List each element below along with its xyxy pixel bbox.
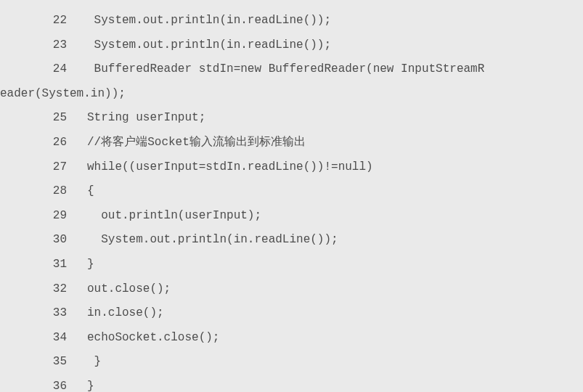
code-line: 22 System.out.println(in.readLine()); [0, 9, 583, 33]
code-text: System.out.println(in.readLine()); [87, 228, 338, 253]
code-line: 32out.close(); [0, 277, 583, 302]
code-line: 31} [0, 253, 583, 277]
line-number: 24 [0, 57, 87, 82]
code-text: while((userInput=stdIn.readLine())!=null… [87, 155, 373, 180]
line-number: 23 [0, 33, 87, 58]
line-number: 35 [0, 350, 87, 375]
code-text: //将客户端Socket输入流输出到标准输出 [87, 131, 306, 155]
line-number: 34 [0, 326, 87, 351]
code-text: String userInput; [87, 106, 205, 131]
line-number: 32 [0, 277, 87, 302]
code-text: { [87, 179, 94, 204]
code-text: out.println(userInput); [87, 204, 261, 229]
line-number: 33 [0, 301, 87, 326]
line-number: 29 [0, 204, 87, 229]
code-text: BufferedReader stdIn=new BufferedReader(… [87, 57, 484, 82]
code-line: 27while((userInput=stdIn.readLine())!=nu… [0, 155, 583, 180]
code-line: 26//将客户端Socket输入流输出到标准输出 [0, 131, 583, 155]
code-text: } [87, 375, 94, 392]
code-line: 25String userInput; [0, 106, 583, 131]
line-number: 28 [0, 179, 87, 204]
code-text: in.close(); [87, 301, 164, 326]
line-number: 22 [0, 9, 87, 33]
code-line: 23 System.out.println(in.readLine()); [0, 33, 583, 58]
line-number: 30 [0, 228, 87, 253]
line-number: 27 [0, 155, 87, 180]
watermark-text: https://blog.csdn.net/qq_42588990 [426, 388, 576, 392]
code-line: 30 System.out.println(in.readLine()); [0, 228, 583, 253]
code-text: } [87, 350, 101, 375]
code-block: 22 System.out.println(in.readLine());23 … [0, 9, 583, 392]
line-number: 31 [0, 253, 87, 277]
code-line: 24 BufferedReader stdIn=new BufferedRead… [0, 57, 583, 82]
line-number: 36 [0, 375, 87, 392]
code-text: System.out.println(in.readLine()); [87, 9, 331, 33]
code-line: 29 out.println(userInput); [0, 204, 583, 229]
code-line: 28{ [0, 179, 583, 204]
code-text: eader(System.in)); [0, 82, 126, 107]
code-text: out.close(); [87, 277, 171, 302]
line-number: 26 [0, 131, 87, 155]
code-line: 33in.close(); [0, 301, 583, 326]
code-line: 35 } [0, 350, 583, 375]
code-line: eader(System.in)); [0, 82, 583, 107]
line-number: 25 [0, 106, 87, 131]
code-text: System.out.println(in.readLine()); [87, 33, 331, 58]
code-text: } [87, 253, 94, 277]
code-line: 34echoSocket.close(); [0, 326, 583, 351]
code-text: echoSocket.close(); [87, 326, 219, 351]
